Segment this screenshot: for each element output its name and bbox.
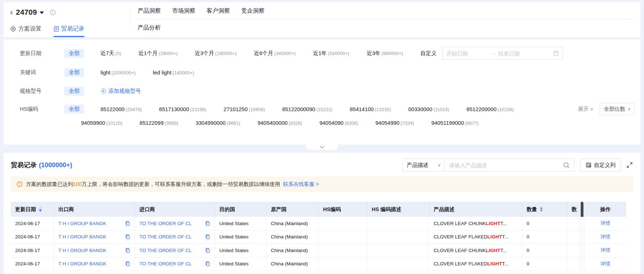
option-last-1-month[interactable]: 近1个月(29000+) (138, 50, 178, 57)
fullscreen-icon[interactable] (626, 161, 633, 169)
copy-icon[interactable] (122, 248, 130, 253)
hs-code-option[interactable]: 8517130000(23196) (159, 106, 206, 112)
search-field-select[interactable]: 产品描述∨ (403, 159, 445, 172)
trade-records-table: 更新日期 出口商 进口商 目的国 原产国 HS编码 HS 编码描述 产品描述 数… (11, 202, 626, 271)
detail-link[interactable]: 详情 (600, 247, 610, 254)
table-scrollbar (580, 244, 585, 257)
col-header-product-desc: 产品描述 (429, 202, 522, 217)
customize-columns-button[interactable]: 自定义列 (580, 159, 621, 172)
cell-destination: United States (215, 244, 267, 257)
update-date-all-chip[interactable]: 全部 (64, 49, 84, 58)
exporter-link[interactable]: T H I GROUP BANGK (58, 234, 106, 239)
cell-origin: China (Mainland) (267, 217, 319, 230)
nav-product-insight[interactable]: 产品洞察 (138, 7, 161, 15)
gear-icon (10, 26, 16, 32)
option-last-6-months[interactable]: 近6个月(340000+) (254, 50, 296, 57)
spec-all-chip[interactable]: 全部 (64, 87, 84, 96)
copy-icon[interactable] (202, 234, 210, 239)
hs-code-option[interactable]: 94059900(10120) (81, 120, 122, 126)
cell-hs-code (319, 244, 367, 257)
table-scrollbar[interactable] (580, 202, 585, 217)
hs-code-option[interactable]: 9405400000(8326) (258, 120, 302, 126)
search-icon[interactable] (563, 162, 570, 169)
start-date-input[interactable] (446, 50, 489, 56)
detail-link[interactable]: 详情 (600, 261, 610, 267)
plan-dropdown-icon[interactable] (40, 12, 44, 14)
importer-link[interactable]: TO THE ORDER OF CL (139, 221, 192, 226)
detail-link[interactable]: 详情 (600, 220, 610, 227)
collapse-filters-button[interactable] (305, 144, 339, 150)
table-row: 2024-06-17 T H I GROUP BANGK TO THE ORDE… (11, 257, 626, 271)
highlighted-keyword: LIGHT (487, 261, 502, 266)
col-header-quantity[interactable]: 数量 (522, 202, 567, 217)
importer-link[interactable]: TO THE ORDER OF CL (139, 248, 192, 253)
col-header-importer: 进口商 (135, 202, 215, 217)
expand-toggle[interactable]: 展开∨ (578, 106, 593, 113)
option-last-1-year[interactable]: 近1年(530000+) (313, 50, 349, 57)
keyword-light[interactable]: light(1000000+) (100, 69, 135, 76)
option-last-7-days[interactable]: 近7天(0) (100, 50, 121, 57)
search-input[interactable] (449, 162, 563, 168)
copy-icon[interactable] (202, 248, 210, 253)
contact-support-link[interactable]: 联系在线客服 > (283, 181, 319, 187)
hs-code-option[interactable]: 85122000(25479) (100, 106, 142, 112)
cell-update-date: 2024-06-17 (11, 230, 54, 244)
detail-link[interactable]: 详情 (600, 234, 610, 240)
cell-hs-desc (367, 244, 429, 257)
scrollbar-thumb[interactable] (581, 202, 583, 217)
copy-icon[interactable] (122, 221, 130, 226)
hs-code-option[interactable]: 3304990000(9681) (196, 120, 240, 126)
cell-exporter: T H I GROUP BANGK (54, 257, 135, 271)
hs-code-option[interactable]: 85414100(13235) (350, 106, 391, 112)
back-icon[interactable]: ‹ (10, 9, 13, 16)
hs-code-option[interactable]: 27101250(15808) (224, 106, 265, 112)
importer-link[interactable]: TO THE ORDER OF CL (139, 261, 192, 266)
plan-id[interactable]: 24709 (16, 8, 37, 17)
chevron-down-icon (320, 146, 325, 149)
plan-tabs: 方案设置 贸易记录 (10, 25, 84, 37)
records-count: (1000000+) (39, 161, 72, 169)
hs-all-chip[interactable]: 全部 (64, 105, 84, 114)
option-last-3-years[interactable]: 近3年(980000+) (367, 50, 403, 57)
importer-link[interactable]: TO THE ORDER OF CL (139, 234, 192, 239)
tab-trade-records-label: 贸易记录 (61, 25, 84, 33)
copy-icon[interactable] (202, 261, 210, 266)
hs-code-option[interactable]: 94051199000(6877) (431, 120, 479, 126)
cell-origin: China (Mainland) (267, 244, 319, 257)
hs-code-option[interactable]: 94054090(8306) (319, 120, 358, 126)
exporter-link[interactable]: T H I GROUP BANGK (58, 221, 106, 226)
hs-code-option[interactable]: 85122099(9959) (140, 120, 178, 126)
option-last-3-months[interactable]: 近3个月(190000+) (195, 50, 237, 57)
sort-icon-update-date[interactable] (39, 207, 42, 212)
col-header-update-date[interactable]: 更新日期 (11, 202, 54, 217)
nav-market-insight[interactable]: 市场洞察 (172, 7, 195, 15)
hs-code-option[interactable]: 00330000(11014) (408, 106, 450, 112)
tab-trade-records[interactable]: 贸易记录 (54, 25, 84, 37)
exporter-link[interactable]: T H I GROUP BANGK (58, 248, 106, 253)
exporter-link[interactable]: T H I GROUP BANGK (58, 261, 106, 266)
end-date-input[interactable] (498, 50, 541, 56)
keyword-led-light[interactable]: led light(140000+) (153, 69, 194, 76)
custom-date-label[interactable]: 自定义 (420, 50, 437, 57)
keyword-all-chip[interactable]: 全部 (64, 68, 84, 77)
copy-icon[interactable] (122, 234, 130, 239)
hs-code-option[interactable]: 85122000090(15222) (282, 106, 332, 112)
date-range-picker[interactable]: → (442, 47, 563, 60)
tab-plan-settings[interactable]: 方案设置 (10, 25, 41, 37)
nav-competitor-insight[interactable]: 竞企洞察 (241, 7, 264, 15)
hs-code-option[interactable]: 94054990(7334) (375, 120, 414, 126)
info-icon[interactable] (50, 9, 56, 15)
nav-customer-insight[interactable]: 客户洞察 (207, 7, 230, 15)
keyword-options: light(1000000+) led light(140000+) (100, 69, 194, 76)
add-spec-button[interactable]: 添加规格型号 (100, 88, 141, 95)
digits-select[interactable]: 全部位数∨ (600, 103, 635, 115)
filter-label-update-date: 更新日期 (20, 50, 64, 57)
copy-icon[interactable] (202, 221, 210, 226)
sort-icon-quantity[interactable] (540, 207, 543, 212)
copy-icon[interactable] (122, 261, 130, 266)
hs-code-option[interactable]: 8512200000(10238) (466, 106, 514, 112)
subnav-product-analysis[interactable]: 产品分析 (138, 19, 633, 32)
cell-product-desc: CLOVER LEAF CHUNK LIGHT T... (429, 244, 522, 257)
table-header-row: 更新日期 出口商 进口商 目的国 原产国 HS编码 HS 编码描述 产品描述 数… (11, 202, 626, 217)
cell-hs-code (319, 217, 367, 230)
